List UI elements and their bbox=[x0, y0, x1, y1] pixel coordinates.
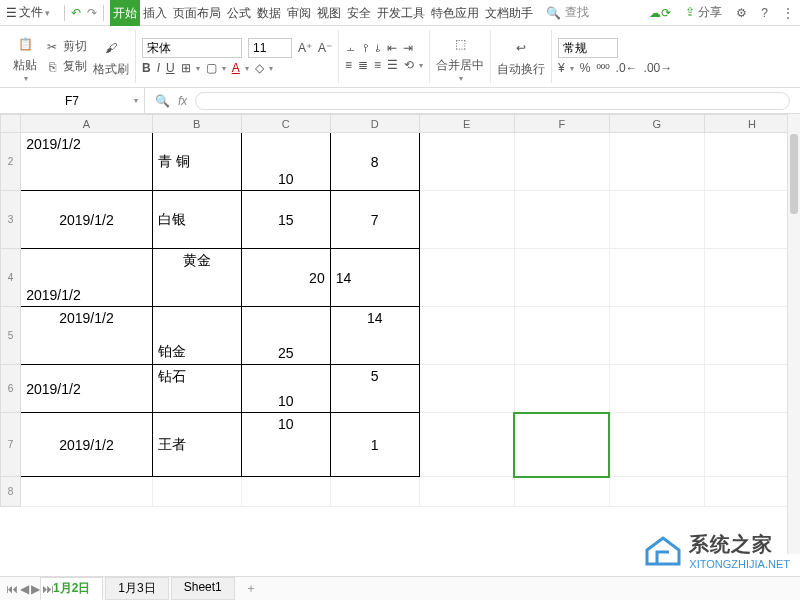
settings-icon[interactable]: ⚙ bbox=[736, 6, 747, 20]
align-left-icon[interactable]: ≡ bbox=[345, 58, 352, 72]
share-button[interactable]: ⇪ 分享 bbox=[685, 4, 722, 21]
cell[interactable] bbox=[609, 413, 704, 477]
cell[interactable] bbox=[704, 365, 799, 413]
cell[interactable] bbox=[419, 133, 514, 191]
cell[interactable] bbox=[514, 307, 609, 365]
cell[interactable] bbox=[514, 191, 609, 249]
name-box[interactable]: F7 bbox=[0, 88, 145, 113]
align-center-icon[interactable]: ≣ bbox=[358, 58, 368, 72]
ribbon-tab[interactable]: 数据 bbox=[254, 0, 284, 26]
cell[interactable] bbox=[419, 249, 514, 307]
vertical-scrollbar[interactable] bbox=[787, 114, 800, 554]
cell[interactable] bbox=[609, 191, 704, 249]
cell[interactable]: 5 bbox=[330, 365, 419, 413]
orientation-icon[interactable]: ⟲ bbox=[404, 58, 423, 72]
sheet-tab[interactable]: Sheet1 bbox=[171, 577, 235, 600]
ribbon-tab[interactable]: 页面布局 bbox=[170, 0, 224, 26]
format-painter-button[interactable]: 🖌 格式刷 bbox=[93, 35, 129, 78]
column-header[interactable]: D bbox=[330, 115, 419, 133]
sheet-tab[interactable]: 1月3日 bbox=[105, 577, 168, 600]
spreadsheet-grid[interactable]: ABCDEFGH 22019/1/2青 铜10832019/1/2白银15742… bbox=[0, 114, 800, 554]
cell[interactable]: 黄金 bbox=[152, 249, 241, 307]
indent-increase-icon[interactable]: ⇥ bbox=[403, 41, 413, 55]
cell[interactable]: 1 bbox=[330, 413, 419, 477]
cell[interactable] bbox=[609, 249, 704, 307]
search[interactable]: 🔍 查找 bbox=[546, 4, 589, 21]
cell[interactable] bbox=[419, 191, 514, 249]
sheet-nav-last-icon[interactable]: ⏭ bbox=[42, 582, 54, 596]
fill-color-button[interactable]: ▢ bbox=[206, 61, 226, 75]
cell[interactable]: 王者 bbox=[152, 413, 241, 477]
currency-icon[interactable]: ¥ bbox=[558, 61, 574, 75]
cell[interactable] bbox=[419, 365, 514, 413]
bold-button[interactable]: B bbox=[142, 61, 151, 75]
cell[interactable]: 10 bbox=[241, 413, 330, 477]
undo-icon[interactable]: ↶ bbox=[71, 6, 81, 20]
indent-decrease-icon[interactable]: ⇤ bbox=[387, 41, 397, 55]
row-header[interactable]: 4 bbox=[1, 249, 21, 307]
column-header[interactable]: F bbox=[514, 115, 609, 133]
cell[interactable] bbox=[609, 307, 704, 365]
redo-icon[interactable]: ↷ bbox=[87, 6, 97, 20]
cell[interactable] bbox=[704, 191, 799, 249]
increase-font-icon[interactable]: A⁺ bbox=[298, 41, 312, 55]
cell[interactable] bbox=[609, 477, 704, 507]
trace-icon[interactable]: 🔍 bbox=[155, 94, 170, 108]
font-select[interactable] bbox=[142, 38, 242, 58]
cell[interactable]: 2019/1/2 bbox=[21, 365, 152, 413]
help-icon[interactable]: ? bbox=[761, 6, 768, 20]
ribbon-tab[interactable]: 特色应用 bbox=[428, 0, 482, 26]
cell[interactable] bbox=[609, 365, 704, 413]
font-size[interactable] bbox=[248, 38, 292, 58]
cell[interactable] bbox=[419, 307, 514, 365]
cell[interactable]: 2019/1/2 bbox=[21, 133, 152, 191]
ribbon-tab[interactable]: 视图 bbox=[314, 0, 344, 26]
cell[interactable] bbox=[514, 249, 609, 307]
cell[interactable]: 青 铜 bbox=[152, 133, 241, 191]
decimal-dec-icon[interactable]: .0← bbox=[616, 61, 638, 75]
row-header[interactable]: 5 bbox=[1, 307, 21, 365]
cell[interactable] bbox=[330, 477, 419, 507]
ribbon-tab[interactable]: 开始 bbox=[110, 0, 140, 26]
cell[interactable]: 7 bbox=[330, 191, 419, 249]
ribbon-tab[interactable]: 开发工具 bbox=[374, 0, 428, 26]
column-header[interactable]: H bbox=[704, 115, 799, 133]
cell[interactable]: 2019/1/2 bbox=[21, 413, 152, 477]
ribbon-tab[interactable]: 安全 bbox=[344, 0, 374, 26]
percent-icon[interactable]: % bbox=[580, 61, 591, 75]
cell[interactable] bbox=[514, 365, 609, 413]
merge-button[interactable]: ⬚ 合并居中 bbox=[436, 31, 484, 83]
cell[interactable]: 10 bbox=[241, 133, 330, 191]
cell[interactable] bbox=[704, 307, 799, 365]
more-icon[interactable]: ⋮ bbox=[782, 6, 794, 20]
cell[interactable]: 10 bbox=[241, 365, 330, 413]
cell[interactable]: 20 bbox=[241, 249, 330, 307]
clear-format-button[interactable]: ◇ bbox=[255, 61, 273, 75]
row-header[interactable]: 8 bbox=[1, 477, 21, 507]
column-headers[interactable]: ABCDEFGH bbox=[1, 115, 800, 133]
ribbon-tab[interactable]: 插入 bbox=[140, 0, 170, 26]
cell[interactable] bbox=[514, 477, 609, 507]
number-format[interactable] bbox=[558, 38, 618, 58]
ribbon-tab[interactable]: 公式 bbox=[224, 0, 254, 26]
cell[interactable] bbox=[152, 477, 241, 507]
cell[interactable] bbox=[21, 477, 152, 507]
sheet-nav-first-icon[interactable]: ⏮ bbox=[6, 582, 18, 596]
cell[interactable]: 钻石 bbox=[152, 365, 241, 413]
italic-button[interactable]: I bbox=[157, 61, 160, 75]
cell[interactable] bbox=[704, 133, 799, 191]
cell[interactable]: 25 bbox=[241, 307, 330, 365]
row-header[interactable]: 6 bbox=[1, 365, 21, 413]
sheet-nav-prev-icon[interactable]: ◀ bbox=[20, 582, 29, 596]
select-all-corner[interactable] bbox=[1, 115, 21, 133]
menu-icon[interactable]: ☰ bbox=[6, 6, 17, 20]
row-header[interactable]: 7 bbox=[1, 413, 21, 477]
align-bottom-icon[interactable]: ⫰ bbox=[375, 41, 381, 55]
column-header[interactable]: C bbox=[241, 115, 330, 133]
paste-button[interactable]: 📋 粘贴 bbox=[12, 31, 38, 83]
justify-icon[interactable]: ☰ bbox=[387, 58, 398, 72]
row-header[interactable]: 3 bbox=[1, 191, 21, 249]
cell[interactable]: 8 bbox=[330, 133, 419, 191]
cut-button[interactable]: ✂剪切 bbox=[44, 38, 87, 55]
column-header[interactable]: G bbox=[609, 115, 704, 133]
